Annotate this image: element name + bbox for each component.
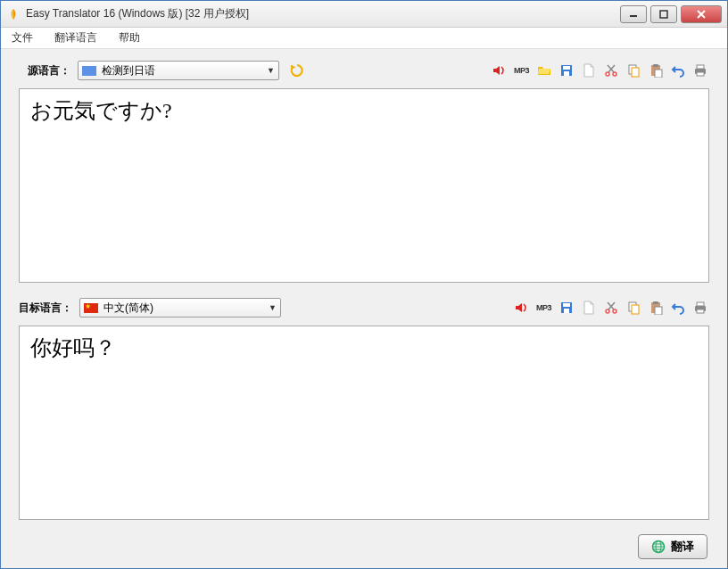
titlebar: Easy Translator 16 (Windows 版) [32 用户授权] (1, 1, 727, 28)
menu-help[interactable]: 帮助 (115, 29, 144, 47)
svg-rect-29 (653, 301, 658, 304)
translate-button-label: 翻译 (671, 539, 694, 555)
content-area: 源语言： 检测到日语 ▼ MP3 お元気ですか? (1, 49, 727, 568)
chevron-down-icon: ▼ (267, 66, 275, 75)
svg-rect-1 (660, 11, 667, 18)
target-text-area[interactable]: 你好吗？ (19, 326, 709, 520)
speak-button[interactable] (512, 299, 530, 317)
svg-rect-15 (655, 70, 662, 78)
print-button[interactable] (691, 62, 709, 79)
source-text-area[interactable]: お元気ですか? (19, 88, 709, 283)
svg-rect-33 (697, 309, 704, 313)
save-button[interactable] (558, 62, 575, 79)
target-lang-row: 目标语言： 中文(简体) ▼ MP3 (19, 295, 709, 320)
chevron-down-icon: ▼ (269, 303, 277, 312)
footer: 翻译 (19, 532, 709, 561)
window-title: Easy Translator 16 (Windows 版) [32 用户授权] (26, 6, 616, 21)
target-lang-select[interactable]: 中文(简体) ▼ (79, 298, 281, 317)
speak-button[interactable] (490, 62, 508, 79)
svg-point-23 (613, 309, 616, 313)
menu-translate-languages[interactable]: 翻译语言 (51, 29, 101, 47)
globe-icon (651, 540, 666, 554)
svg-line-9 (608, 65, 615, 72)
svg-point-7 (606, 72, 609, 76)
undo-button[interactable] (669, 62, 687, 79)
cn-flag-icon (84, 303, 98, 313)
minimize-button[interactable] (620, 5, 647, 23)
cut-button[interactable] (602, 299, 620, 317)
window-controls (616, 5, 722, 23)
svg-rect-18 (697, 72, 704, 76)
print-button[interactable] (691, 299, 709, 317)
svg-point-8 (613, 72, 616, 76)
source-lang-row: 源语言： 检测到日语 ▼ MP3 (19, 58, 709, 83)
svg-line-10 (608, 65, 614, 72)
maximize-button[interactable] (650, 5, 677, 23)
new-button[interactable] (580, 62, 598, 79)
close-button[interactable] (681, 5, 722, 23)
app-icon (6, 7, 21, 21)
svg-rect-20 (563, 303, 570, 307)
open-button[interactable] (535, 62, 553, 79)
svg-rect-16 (697, 65, 704, 69)
paste-button[interactable] (647, 299, 665, 317)
paste-button[interactable] (647, 62, 665, 79)
source-lang-select[interactable]: 检测到日语 ▼ (78, 61, 279, 80)
un-flag-icon (82, 66, 96, 76)
mp3-button[interactable]: MP3 (534, 299, 553, 317)
target-lang-value: 中文(简体) (103, 301, 269, 316)
copy-button[interactable] (625, 62, 642, 79)
translate-button[interactable]: 翻译 (638, 534, 707, 559)
menu-file[interactable]: 文件 (8, 29, 37, 47)
app-window: Easy Translator 16 (Windows 版) [32 用户授权]… (0, 0, 728, 569)
undo-button[interactable] (669, 299, 687, 317)
svg-rect-6 (564, 71, 569, 76)
source-lang-value: 检测到日语 (102, 63, 267, 78)
save-button[interactable] (558, 299, 575, 317)
svg-rect-27 (632, 305, 639, 314)
svg-line-25 (608, 302, 614, 309)
mp3-button[interactable]: MP3 (512, 62, 531, 79)
source-lang-label: 源语言： (19, 63, 70, 78)
svg-rect-31 (697, 302, 704, 306)
target-lang-label: 目标语言： (19, 301, 72, 316)
copy-button[interactable] (625, 299, 642, 317)
source-toolbar: MP3 (490, 62, 709, 79)
svg-line-24 (608, 302, 615, 309)
svg-rect-21 (564, 309, 569, 313)
svg-rect-14 (653, 64, 658, 67)
menubar: 文件 翻译语言 帮助 (1, 28, 727, 49)
new-button[interactable] (580, 299, 598, 317)
refresh-button[interactable] (286, 61, 308, 80)
svg-rect-12 (632, 68, 639, 77)
target-toolbar: MP3 (512, 299, 709, 317)
cut-button[interactable] (602, 62, 620, 79)
svg-rect-30 (655, 307, 662, 315)
svg-point-22 (606, 309, 609, 313)
svg-rect-5 (563, 66, 570, 70)
